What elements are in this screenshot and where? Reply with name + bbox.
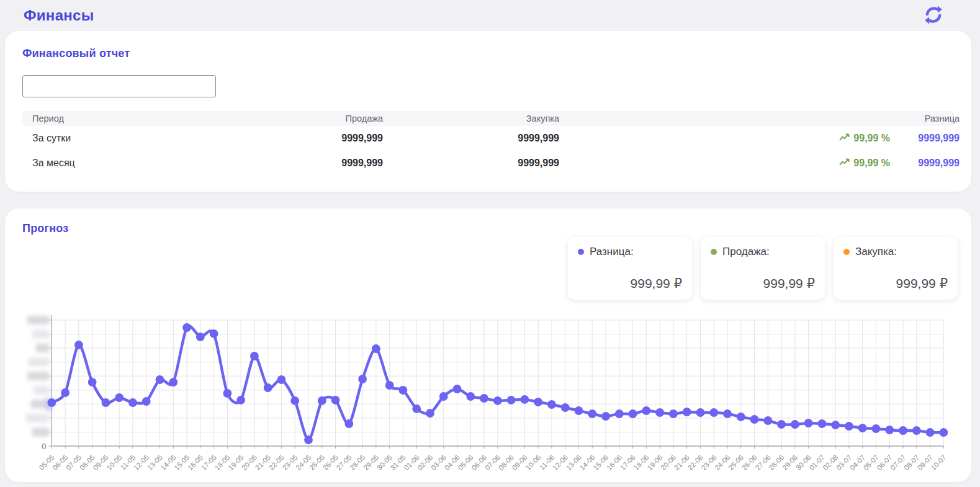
col-empty	[559, 114, 890, 123]
legend-card-purchase: Закупка: 999,99 ₽	[834, 237, 958, 300]
period-input[interactable]	[22, 75, 216, 97]
legend-value: 999,99 ₽	[711, 276, 815, 291]
forecast-chart[interactable]: 005-0506-0507-0508-0509-0510-0511-0512-0…	[22, 306, 958, 477]
finance-table-header: Период Продажа Закупка Разница	[22, 111, 954, 126]
row-purchase: 9999,999	[383, 133, 559, 144]
legend-dot-sale	[711, 249, 717, 255]
legend-card-difference: Разница: 999,99 ₽	[568, 237, 692, 300]
svg-text:10-06: 10-06	[524, 453, 542, 471]
finance-table: Период Продажа Закупка Разница За сутки …	[22, 111, 954, 176]
top-bar: Финансы	[0, 0, 980, 31]
row-percent: 99,99 %	[839, 158, 890, 169]
col-difference: Разница	[890, 114, 960, 123]
chart-legend: Разница: 999,99 ₽ Продажа: 999,99 ₽ Заку…	[568, 237, 958, 300]
col-period: Период	[32, 114, 231, 123]
col-sale: Продажа	[231, 114, 383, 123]
page-title: Финансы	[24, 7, 94, 24]
forecast-card: Прогноз Разница: 999,99 ₽ Продажа: 999,9…	[5, 208, 971, 482]
row-period: За месяц	[32, 158, 231, 169]
row-percent: 99,99 %	[839, 133, 890, 144]
legend-card-sale: Продажа: 999,99 ₽	[701, 237, 825, 300]
svg-text:10-07: 10-07	[930, 453, 948, 471]
legend-label: Закупка:	[855, 246, 897, 258]
trend-up-icon	[839, 133, 850, 144]
table-row: За сутки 9999,999 9999,999 99,99 % 9999,…	[22, 126, 954, 151]
row-period: За сутки	[32, 133, 231, 144]
legend-value: 999,99 ₽	[578, 276, 682, 291]
financial-report-card: Финансовый отчет Период Продажа Закупка …	[5, 31, 971, 192]
svg-text:10-05: 10-05	[106, 453, 124, 471]
table-row: За месяц 9999,999 9999,999 99,99 % 9999,…	[22, 151, 954, 176]
refresh-icon	[924, 17, 943, 27]
financial-report-title: Финансовый отчет	[22, 47, 954, 60]
legend-label: Разница:	[590, 246, 634, 258]
row-difference: 9999,999	[890, 133, 960, 144]
legend-dot-difference	[578, 249, 584, 255]
col-purchase: Закупка	[383, 114, 559, 123]
legend-value: 999,99 ₽	[843, 276, 948, 291]
refresh-button[interactable]	[923, 5, 944, 26]
row-purchase: 9999,999	[383, 158, 559, 169]
forecast-title: Прогноз	[22, 222, 959, 235]
trend-up-icon	[839, 158, 850, 169]
row-sale: 9999,999	[231, 133, 383, 144]
svg-text:0: 0	[42, 442, 46, 451]
row-sale: 9999,999	[231, 158, 383, 169]
row-difference: 9999,999	[890, 158, 960, 169]
legend-label: Продажа:	[722, 246, 770, 258]
legend-dot-purchase	[843, 249, 850, 255]
